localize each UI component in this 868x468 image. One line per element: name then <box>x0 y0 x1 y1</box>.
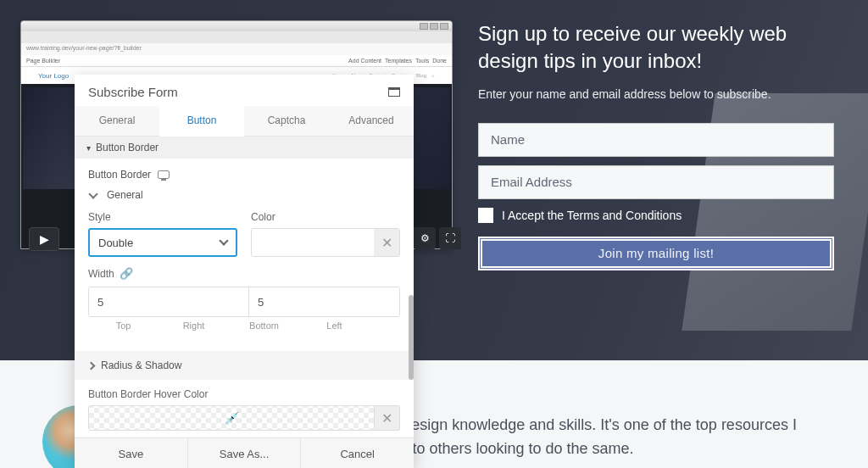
close-button[interactable] <box>440 23 448 30</box>
fullscreen-icon[interactable]: ⛶ <box>439 227 461 249</box>
cancel-button[interactable]: Cancel <box>301 438 414 468</box>
general-toggle[interactable]: General <box>88 189 400 201</box>
save-as-button[interactable]: Save As... <box>188 438 302 468</box>
chevron-down-icon <box>88 189 97 198</box>
link-values-icon[interactable]: 🔗 <box>120 267 133 280</box>
tab-general[interactable]: General <box>75 106 159 136</box>
hover-color-label: Button Border Hover Color <box>75 380 414 405</box>
max-button[interactable] <box>430 23 438 30</box>
clear-color-button[interactable]: ✕ <box>374 229 399 256</box>
min-button[interactable] <box>420 23 428 30</box>
signup-heading: Sign up to receive our weekly web design… <box>478 20 843 75</box>
panel-scrollbar[interactable] <box>409 295 414 380</box>
pb-done[interactable]: Done <box>432 58 447 64</box>
panel-title: Subscribe Form <box>88 85 178 99</box>
button-border-label: Button Border <box>88 169 151 181</box>
settings-icon[interactable]: ⚙ <box>414 227 436 249</box>
color-swatch[interactable] <box>252 229 374 256</box>
play-button[interactable]: ▶ <box>29 227 59 251</box>
width-left-label: Left <box>299 320 370 331</box>
section-label: Button Border <box>96 142 159 153</box>
color-picker[interactable]: ✕ <box>251 228 400 257</box>
color-label: Color <box>251 211 400 223</box>
accept-checkbox[interactable] <box>478 208 493 223</box>
section-button-border[interactable]: ▾ Button Border <box>75 136 414 159</box>
signup-subtext: Enter your name and email address below … <box>478 87 843 101</box>
width-bottom-label: Bottom <box>229 320 299 331</box>
style-value: Double <box>98 237 133 249</box>
style-select[interactable]: Double <box>88 228 237 257</box>
general-label: General <box>107 189 143 201</box>
eyedropper-icon[interactable]: 💉 <box>225 411 239 425</box>
pb-templates[interactable]: Templates <box>385 58 412 64</box>
nav-link[interactable]: Blog <box>416 73 426 78</box>
join-button[interactable]: Join my mailing list! <box>478 237 834 270</box>
caret-down-icon: ▾ <box>86 143 91 153</box>
width-top-input[interactable] <box>89 287 249 316</box>
clear-hover-color-button[interactable]: ✕ <box>375 405 400 431</box>
browser-titlebar <box>21 21 452 31</box>
settings-panel: Subscribe Form General Button Captcha Ad… <box>75 75 414 468</box>
style-label: Style <box>88 211 237 223</box>
width-right-label: Right <box>159 320 229 331</box>
tab-advanced[interactable]: Advanced <box>329 106 414 136</box>
search-icon[interactable]: ⌕ <box>431 73 435 78</box>
chevron-right-icon <box>87 361 96 370</box>
signup-form: Sign up to receive our weekly web design… <box>478 20 843 270</box>
expand-panel-icon[interactable] <box>388 87 400 97</box>
url-bar[interactable]: www.training.dev/your-new-page/?fl_build… <box>21 43 452 55</box>
section-radius-shadow[interactable]: Radius & Shadow <box>75 351 414 380</box>
chevron-down-icon <box>219 236 228 245</box>
radius-shadow-label: Radius & Shadow <box>101 359 181 371</box>
site-logo[interactable]: Your Logo <box>38 72 69 80</box>
tab-button[interactable]: Button <box>159 106 244 136</box>
tab-captcha[interactable]: Captcha <box>244 106 329 136</box>
accept-label: I Accept the Terms and Conditions <box>502 209 682 222</box>
save-button[interactable]: Save <box>75 438 188 468</box>
hover-color-picker[interactable]: 💉 <box>88 405 375 431</box>
page-builder-bar: Page Builder Add Content Templates Tools… <box>21 55 452 67</box>
email-field[interactable]: Email Address <box>478 165 834 199</box>
pb-add-content[interactable]: Add Content <box>348 58 381 64</box>
browser-tabs <box>21 31 452 43</box>
page-builder-label: Page Builder <box>26 58 60 64</box>
width-label: Width <box>88 268 114 280</box>
pb-tools[interactable]: Tools <box>415 58 429 64</box>
width-top-label: Top <box>88 320 159 331</box>
desktop-icon[interactable] <box>158 170 170 179</box>
name-field[interactable]: Name <box>478 123 834 157</box>
width-right-input[interactable] <box>249 287 400 316</box>
